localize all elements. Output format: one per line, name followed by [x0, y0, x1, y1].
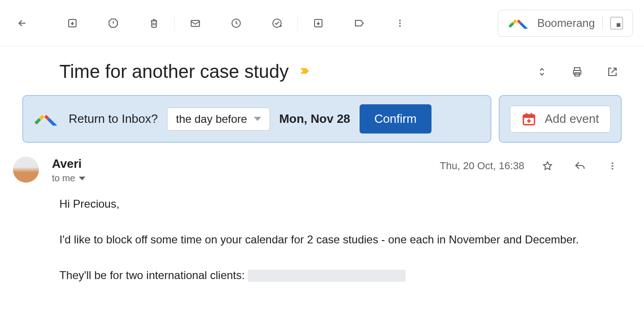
- report-spam-icon[interactable]: [102, 12, 124, 34]
- open-new-window-icon[interactable]: [603, 63, 622, 81]
- add-event-banner: Add event: [499, 95, 622, 143]
- message-more-icon[interactable]: [603, 157, 622, 175]
- reply-icon[interactable]: [571, 157, 589, 175]
- toolbar-group-1: [61, 12, 165, 34]
- message-timestamp: Thu, 20 Oct, 16:38: [440, 160, 524, 172]
- sender-block: Averi to me: [52, 157, 427, 184]
- sender-avatar[interactable]: [13, 157, 39, 183]
- calendar-add-icon: [522, 112, 536, 127]
- svg-point-5: [399, 19, 401, 21]
- boomerang-logo-icon: [33, 113, 59, 126]
- toolbar-group-3: [307, 12, 411, 34]
- return-to-inbox-banner: Return to Inbox? the day before Mon, Nov…: [22, 95, 491, 143]
- svg-rect-1: [191, 20, 200, 26]
- chevron-down-icon: [254, 117, 261, 121]
- email-subject: Time for another case study: [59, 61, 289, 82]
- redacted-text: [248, 270, 406, 282]
- add-to-tasks-icon[interactable]: [266, 12, 288, 34]
- message-meta: Thu, 20 Oct, 16:38: [440, 157, 622, 175]
- chevron-down-icon: [79, 177, 85, 180]
- boomerang-label: Boomerang: [537, 17, 595, 30]
- subject-actions: [533, 63, 622, 81]
- body-line2: They'll be for two international clients…: [59, 266, 622, 285]
- return-date: Mon, Nov 28: [279, 112, 350, 126]
- content: Time for another case study Retur: [0, 46, 644, 285]
- svg-point-16: [612, 165, 613, 167]
- delete-icon[interactable]: [143, 12, 165, 34]
- print-icon[interactable]: [568, 63, 586, 81]
- archive-icon[interactable]: [61, 12, 84, 34]
- move-to-icon[interactable]: [307, 12, 329, 34]
- add-event-button[interactable]: Add event: [510, 106, 611, 133]
- return-timing-dropdown[interactable]: the day before: [167, 108, 270, 131]
- body-greeting: Hi Precious,: [59, 195, 622, 214]
- label-chevron-icon[interactable]: [298, 65, 311, 78]
- expand-collapse-icon[interactable]: [533, 63, 551, 81]
- mark-unread-icon[interactable]: [184, 12, 206, 34]
- svg-point-6: [399, 22, 401, 24]
- svg-rect-13: [526, 113, 527, 116]
- svg-rect-14: [530, 113, 532, 116]
- dropdown-value: the day before: [176, 113, 247, 126]
- boomerang-button[interactable]: Boomerang: [498, 10, 633, 37]
- more-icon[interactable]: [389, 12, 411, 34]
- message-body: Hi Precious, I'd like to block off some …: [22, 195, 622, 285]
- add-event-label: Add event: [545, 112, 599, 126]
- back-button[interactable]: [11, 12, 33, 34]
- body-line1: I'd like to block off some time on your …: [59, 230, 622, 249]
- labels-icon[interactable]: [348, 12, 370, 34]
- sender-name: Averi: [52, 157, 427, 171]
- subject-row: Time for another case study: [22, 61, 622, 82]
- svg-point-7: [399, 25, 401, 27]
- to-label: to me: [52, 173, 75, 184]
- svg-point-17: [612, 168, 613, 170]
- svg-rect-12: [523, 114, 535, 118]
- toolbar-group-2: [184, 12, 288, 34]
- calendar-icon: [610, 17, 623, 30]
- return-label: Return to Inbox?: [69, 112, 158, 126]
- svg-point-15: [612, 162, 613, 164]
- star-icon[interactable]: [538, 157, 557, 175]
- boomerang-logo-icon: [508, 18, 530, 29]
- divider: [297, 16, 298, 31]
- snooze-icon[interactable]: [225, 12, 247, 34]
- confirm-button[interactable]: Confirm: [360, 104, 431, 134]
- message-header: Averi to me Thu, 20 Oct, 16:38: [22, 157, 622, 184]
- divider: [174, 16, 175, 31]
- toolbar: Boomerang: [0, 0, 644, 46]
- recipients-dropdown[interactable]: to me: [52, 173, 427, 184]
- banner-row: Return to Inbox? the day before Mon, Nov…: [22, 95, 622, 143]
